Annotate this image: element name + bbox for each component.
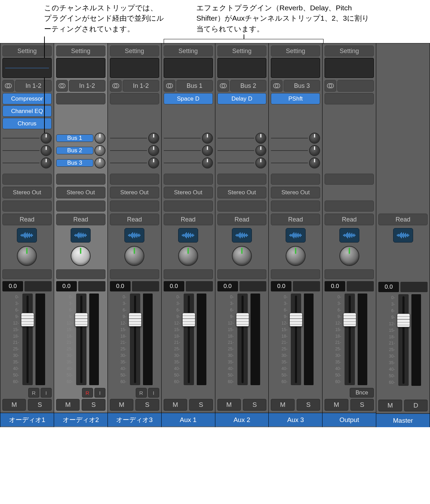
track-icon-button[interactable] <box>339 228 359 243</box>
automation-mode[interactable]: Read <box>110 214 159 225</box>
setting-button[interactable]: Setting <box>110 45 159 56</box>
channel-name[interactable]: Master <box>376 413 430 427</box>
send-level-knob[interactable] <box>309 133 320 144</box>
send-level-knob[interactable] <box>41 133 52 144</box>
fader-track[interactable] <box>345 294 355 385</box>
send-level-knob[interactable] <box>309 157 320 168</box>
group-slot[interactable] <box>164 200 213 212</box>
send-level-knob[interactable] <box>148 145 159 156</box>
fader-track[interactable] <box>130 294 140 385</box>
send-slot-empty[interactable] <box>271 150 308 151</box>
send-level-knob[interactable] <box>202 145 213 156</box>
fader-cap[interactable] <box>21 313 34 327</box>
automation-mode[interactable]: Read <box>217 214 267 225</box>
send-slot[interactable]: Bus 2 <box>56 147 93 154</box>
send-slot-empty[interactable] <box>217 138 255 138</box>
pan-value-slot[interactable] <box>217 269 267 279</box>
fader-db-value[interactable]: 0.0 <box>378 282 399 292</box>
send-slot-empty[interactable] <box>217 163 255 163</box>
send-slot-empty[interactable] <box>271 138 308 138</box>
fader-db-value[interactable]: 0.0 <box>164 281 184 291</box>
eq-thumbnail[interactable] <box>110 58 159 78</box>
pan-knob[interactable] <box>286 246 306 266</box>
track-icon-button[interactable] <box>232 228 252 243</box>
fader-track[interactable] <box>22 294 33 385</box>
send-level-knob[interactable] <box>255 133 266 144</box>
eq-thumbnail[interactable] <box>56 58 105 78</box>
send-slot-empty[interactable] <box>164 138 201 138</box>
group-slot[interactable] <box>56 200 105 212</box>
pan-knob[interactable] <box>339 246 359 266</box>
automation-mode[interactable]: Read <box>378 214 428 225</box>
fader-cap[interactable] <box>397 313 410 327</box>
stereo-mode-button[interactable] <box>271 80 283 92</box>
pan-knob[interactable] <box>124 246 144 266</box>
fader-track[interactable] <box>237 294 248 385</box>
pan-value-slot[interactable] <box>271 269 320 279</box>
automation-mode[interactable]: Read <box>325 214 374 225</box>
send-slot-empty[interactable] <box>110 163 147 163</box>
track-icon-button[interactable] <box>178 228 198 243</box>
track-icon-button[interactable] <box>124 228 144 243</box>
channel-name[interactable]: Aux 1 <box>162 413 215 426</box>
solo-button[interactable]: S <box>189 399 213 411</box>
channel-name[interactable]: オーディオ2 <box>54 413 108 426</box>
send-level-knob[interactable] <box>148 157 159 168</box>
send-level-knob[interactable] <box>41 145 52 156</box>
pan-knob[interactable] <box>232 246 252 266</box>
fader-track[interactable] <box>76 294 86 385</box>
send-slot-empty[interactable] <box>2 163 40 163</box>
fader-db-value[interactable]: 0.0 <box>271 281 291 291</box>
eq-thumbnail[interactable] <box>164 58 213 78</box>
solo-button[interactable]: S <box>135 399 159 411</box>
insert-slot[interactable]: Space D <box>164 93 213 104</box>
setting-button[interactable]: Setting <box>271 45 320 56</box>
record-enable-button[interactable]: R <box>136 388 147 398</box>
insert-slot[interactable]: Delay D <box>217 93 267 104</box>
send-level-knob[interactable] <box>309 145 320 156</box>
insert-slot-empty[interactable] <box>56 93 105 104</box>
eq-thumbnail[interactable] <box>2 58 52 78</box>
mute-button[interactable]: M <box>378 400 402 411</box>
pan-value-slot[interactable] <box>164 269 213 279</box>
setting-button[interactable]: Setting <box>56 45 105 56</box>
stereo-mode-button[interactable] <box>110 80 122 92</box>
fader-db-value[interactable]: 0.0 <box>56 281 77 291</box>
send-level-knob[interactable] <box>94 157 105 168</box>
send-slot-empty[interactable] <box>2 150 40 151</box>
send-level-knob[interactable] <box>94 133 105 144</box>
send-level-knob[interactable] <box>255 145 266 156</box>
channel-name[interactable]: オーディオ1 <box>0 413 54 426</box>
stereo-mode-button[interactable] <box>325 80 336 92</box>
group-slot[interactable] <box>271 200 320 212</box>
pan-value-slot[interactable] <box>2 269 52 279</box>
output-slot[interactable]: Stereo Out <box>110 187 159 198</box>
input-slot[interactable]: In 1-2 <box>123 80 159 92</box>
fader-track[interactable] <box>291 294 301 385</box>
channel-name[interactable]: オーディオ3 <box>108 413 161 426</box>
stereo-mode-button[interactable] <box>164 80 175 92</box>
send-slot-empty[interactable] <box>110 138 147 138</box>
mute-button[interactable]: M <box>110 399 133 411</box>
pan-knob[interactable] <box>178 246 198 266</box>
track-icon-button[interactable] <box>17 228 37 243</box>
solo-button[interactable]: S <box>243 399 266 411</box>
output-slot[interactable]: Stereo Out <box>271 187 320 198</box>
send-level-knob[interactable] <box>41 157 52 168</box>
fader-track[interactable] <box>184 294 194 385</box>
pan-value-slot[interactable] <box>325 269 374 279</box>
fader-track[interactable] <box>398 294 409 386</box>
send-slot-empty[interactable] <box>164 150 201 151</box>
pan-knob[interactable] <box>71 246 91 266</box>
dim-button[interactable]: D <box>404 400 428 411</box>
fader-cap[interactable] <box>182 313 195 327</box>
input-slot[interactable]: Bus 2 <box>230 80 267 92</box>
mute-button[interactable]: M <box>325 399 348 411</box>
pan-knob[interactable] <box>17 246 37 266</box>
send-slot-empty[interactable] <box>110 150 147 151</box>
setting-button[interactable]: Setting <box>164 45 213 56</box>
track-icon-button[interactable] <box>286 228 306 243</box>
automation-mode[interactable]: Read <box>271 214 320 225</box>
insert-slot[interactable]: PShft <box>271 93 320 104</box>
send-level-knob[interactable] <box>202 133 213 144</box>
